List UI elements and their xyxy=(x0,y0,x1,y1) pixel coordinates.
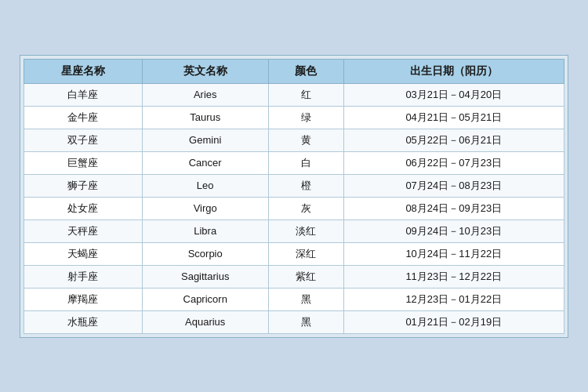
table-row: 双子座Gemini黄05月22日－06月21日 xyxy=(24,129,564,151)
cell-chinese-name: 水瓶座 xyxy=(24,310,143,333)
cell-english-name: Leo xyxy=(142,174,268,197)
cell-english-name: Libra xyxy=(142,220,268,242)
cell-date: 10月24日－11月22日 xyxy=(343,242,564,265)
cell-english-name: Virgo xyxy=(142,197,268,220)
cell-color: 黑 xyxy=(268,310,343,333)
cell-date: 03月21日－04月20日 xyxy=(343,83,564,106)
table-row: 天蝎座Scorpio深红10月24日－11月22日 xyxy=(24,242,564,265)
cell-date: 07月24日－08月23日 xyxy=(343,174,564,197)
cell-chinese-name: 白羊座 xyxy=(24,83,143,106)
cell-english-name: Gemini xyxy=(142,129,268,151)
header-english-name: 英文名称 xyxy=(142,59,268,83)
cell-chinese-name: 狮子座 xyxy=(24,174,143,197)
cell-chinese-name: 摩羯座 xyxy=(24,288,143,310)
cell-english-name: Taurus xyxy=(142,106,268,129)
table-row: 射手座Sagittarius紫红11月23日－12月22日 xyxy=(24,265,564,288)
table-row: 水瓶座Aquarius黑01月21日－02月19日 xyxy=(24,310,564,333)
cell-date: 06月22日－07月23日 xyxy=(343,151,564,174)
table-row: 巨蟹座Cancer白06月22日－07月23日 xyxy=(24,151,564,174)
cell-date: 01月21日－02月19日 xyxy=(343,310,564,333)
cell-chinese-name: 天秤座 xyxy=(24,220,143,242)
cell-color: 紫红 xyxy=(268,265,343,288)
table-row: 白羊座Aries红03月21日－04月20日 xyxy=(24,83,564,106)
cell-color: 灰 xyxy=(268,197,343,220)
table-row: 金牛座Taurus绿04月21日－05月21日 xyxy=(24,106,564,129)
header-color: 颜色 xyxy=(268,59,343,83)
cell-date: 11月23日－12月22日 xyxy=(343,265,564,288)
cell-english-name: Aquarius xyxy=(142,310,268,333)
cell-color: 深红 xyxy=(268,242,343,265)
cell-chinese-name: 处女座 xyxy=(24,197,143,220)
table-row: 天秤座Libra淡红09月24日－10月23日 xyxy=(24,220,564,242)
zodiac-table: 星座名称 英文名称 颜色 出生日期（阳历） 白羊座Aries红03月21日－04… xyxy=(24,59,564,334)
cell-english-name: Capricorn xyxy=(142,288,268,310)
header-chinese-name: 星座名称 xyxy=(24,59,143,83)
cell-date: 04月21日－05月21日 xyxy=(343,106,564,129)
cell-date: 12月23日－01月22日 xyxy=(343,288,564,310)
cell-english-name: Sagittarius xyxy=(142,265,268,288)
cell-date: 05月22日－06月21日 xyxy=(343,129,564,151)
table-row: 处女座Virgo灰08月24日－09月23日 xyxy=(24,197,564,220)
cell-date: 08月24日－09月23日 xyxy=(343,197,564,220)
cell-date: 09月24日－10月23日 xyxy=(343,220,564,242)
cell-english-name: Aries xyxy=(142,83,268,106)
cell-color: 绿 xyxy=(268,106,343,129)
cell-chinese-name: 巨蟹座 xyxy=(24,151,143,174)
cell-chinese-name: 射手座 xyxy=(24,265,143,288)
cell-english-name: Scorpio xyxy=(142,242,268,265)
cell-color: 淡红 xyxy=(268,220,343,242)
cell-chinese-name: 双子座 xyxy=(24,129,143,151)
table-row: 摩羯座Capricorn黑12月23日－01月22日 xyxy=(24,288,564,310)
cell-color: 橙 xyxy=(268,174,343,197)
cell-color: 红 xyxy=(268,83,343,106)
header-date: 出生日期（阳历） xyxy=(343,59,564,83)
cell-chinese-name: 金牛座 xyxy=(24,106,143,129)
cell-english-name: Cancer xyxy=(142,151,268,174)
cell-color: 黑 xyxy=(268,288,343,310)
table-body: 白羊座Aries红03月21日－04月20日金牛座Taurus绿04月21日－0… xyxy=(24,83,564,333)
cell-color: 白 xyxy=(268,151,343,174)
table-header-row: 星座名称 英文名称 颜色 出生日期（阳历） xyxy=(24,59,564,83)
cell-color: 黄 xyxy=(268,129,343,151)
table-row: 狮子座Leo橙07月24日－08月23日 xyxy=(24,174,564,197)
cell-chinese-name: 天蝎座 xyxy=(24,242,143,265)
zodiac-table-container: 星座名称 英文名称 颜色 出生日期（阳历） 白羊座Aries红03月21日－04… xyxy=(20,55,568,338)
